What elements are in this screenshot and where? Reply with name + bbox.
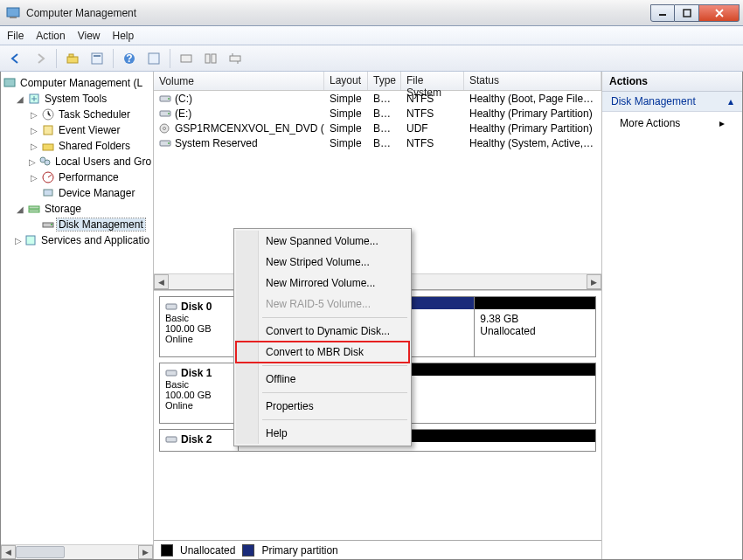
svg-text:?: ? [126,52,132,65]
ctx-new-spanned[interactable]: New Spanned Volume... [236,231,409,252]
svg-rect-0 [7,8,19,17]
svg-rect-38 [166,370,177,376]
table-row[interactable]: System ReservedSimpleBasicNTFSHealthy (S… [154,135,601,150]
table-row[interactable]: (E:)SimpleBasicNTFSHealthy (Primary Part… [154,106,601,121]
tree-event-viewer[interactable]: ▷Event Viewer [3,122,151,138]
drive-icon [159,93,171,104]
expand-icon[interactable]: ▷ [29,125,39,135]
properties-icon[interactable] [87,48,108,69]
scroll-right-icon[interactable]: ▶ [138,545,153,559]
tree-scrollbar[interactable]: ◀ ▶ [1,544,153,559]
svg-point-30 [168,98,170,100]
svg-point-21 [45,160,50,165]
ctx-convert-mbr[interactable]: Convert to MBR Disk [236,342,409,363]
legend-swatch-primary [242,544,254,557]
chevron-right-icon: ▸ [719,117,725,129]
toolbar-icon-3[interactable] [176,48,197,69]
tree-shared-folders[interactable]: ▷Shared Folders [3,138,151,154]
ctx-properties[interactable]: Properties [236,396,409,417]
svg-rect-23 [44,190,52,196]
scroll-left-icon[interactable]: ◀ [1,545,16,559]
toolbar-icon[interactable] [62,48,83,69]
tree-disk-management[interactable]: Disk Management [3,217,151,232]
svg-rect-39 [166,437,177,442]
ctx-new-striped[interactable]: New Striped Volume... [236,252,409,273]
scroll-right-icon[interactable]: ▶ [587,274,601,289]
app-icon [5,5,21,21]
disk-info[interactable]: Disk 1Basic100.00 GBOnline [160,363,239,423]
svg-point-34 [163,127,166,129]
svg-rect-1 [10,17,17,18]
menubar: File Action View Help [0,26,743,45]
menu-action[interactable]: Action [36,30,65,42]
partition[interactable]: 9.38 GBUnallocated [474,297,595,356]
minimize-button[interactable] [650,4,675,22]
expand-icon[interactable]: ▷ [29,172,39,183]
disk-icon [165,368,177,378]
ctx-new-raid5: New RAID-5 Volume... [236,294,409,315]
tree-system-tools[interactable]: ◢System Tools [3,91,151,107]
svg-point-32 [168,113,170,114]
collapse-icon[interactable]: ▴ [728,95,733,107]
ctx-help[interactable]: Help [236,423,409,444]
tree-local-users[interactable]: ▷Local Users and Gro [3,154,151,169]
disk-icon [165,301,177,312]
table-header: Volume Layout Type File System Status [154,72,601,91]
expand-icon[interactable]: ▷ [29,109,39,120]
col-volume[interactable]: Volume [154,72,324,90]
context-menu: New Spanned Volume... New Striped Volume… [233,228,412,446]
disk-icon [165,434,177,445]
help-icon[interactable]: ? [119,48,140,69]
expand-icon[interactable]: ▷ [15,235,22,245]
menu-view[interactable]: View [78,30,101,42]
disk-info[interactable]: Disk 0Basic100.00 GBOnline [160,297,239,356]
tree-root[interactable]: Computer Management (L [3,75,151,91]
table-row[interactable]: GSP1RMCENXVOL_EN_DVD (D:)SimpleBasicUDFH… [154,121,601,135]
forward-button[interactable] [30,48,51,69]
actions-title: Actions [602,72,742,92]
expand-icon[interactable]: ▷ [29,141,39,151]
drive-icon [159,108,171,119]
maximize-button[interactable] [675,4,699,22]
legend-primary: Primary partition [261,544,337,557]
svg-rect-19 [43,144,53,150]
disk-info[interactable]: Disk 2 [160,430,239,451]
svg-rect-24 [29,206,39,209]
tree-services-apps[interactable]: ▷Services and Applicatio [3,232,151,248]
tree-performance[interactable]: ▷Performance [3,169,151,185]
menu-file[interactable]: File [7,30,24,42]
col-status[interactable]: Status [464,72,601,90]
tree-task-scheduler[interactable]: ▷Task Scheduler [3,107,151,122]
window-title: Computer Management [26,7,650,19]
svg-rect-12 [205,54,210,63]
collapse-icon[interactable]: ◢ [15,93,25,104]
close-button[interactable] [699,4,740,22]
expand-icon[interactable]: ▷ [29,156,36,167]
col-type[interactable]: Type [368,72,401,90]
drive-icon [159,138,171,149]
svg-rect-5 [69,54,73,57]
scroll-thumb[interactable] [16,546,65,558]
table-row[interactable]: (C:)SimpleBasicNTFSHealthy (Boot, Page F… [154,91,601,106]
collapse-icon[interactable]: ◢ [15,204,25,214]
svg-rect-14 [230,56,240,61]
svg-rect-7 [94,55,101,57]
ctx-new-mirrored[interactable]: New Mirrored Volume... [236,273,409,294]
actions-more[interactable]: More Actions ▸ [602,112,742,135]
legend-swatch-unalloc [161,544,173,557]
svg-rect-37 [166,304,177,309]
col-fs[interactable]: File System [401,72,464,90]
col-layout[interactable]: Layout [324,72,368,90]
ctx-convert-dynamic[interactable]: Convert to Dynamic Disk... [236,321,409,342]
menu-help[interactable]: Help [113,30,135,42]
scroll-left-icon[interactable]: ◀ [154,274,169,289]
toolbar-icon-2[interactable] [143,48,164,69]
tree-storage[interactable]: ◢Storage [3,201,151,217]
toolbar-icon-4[interactable] [200,48,221,69]
toolbar-icon-5[interactable] [225,48,246,69]
svg-rect-15 [4,79,15,86]
actions-section[interactable]: Disk Management ▴ [602,92,742,112]
back-button[interactable] [5,48,26,69]
ctx-offline[interactable]: Offline [236,369,409,390]
tree-device-manager[interactable]: Device Manager [3,185,151,201]
